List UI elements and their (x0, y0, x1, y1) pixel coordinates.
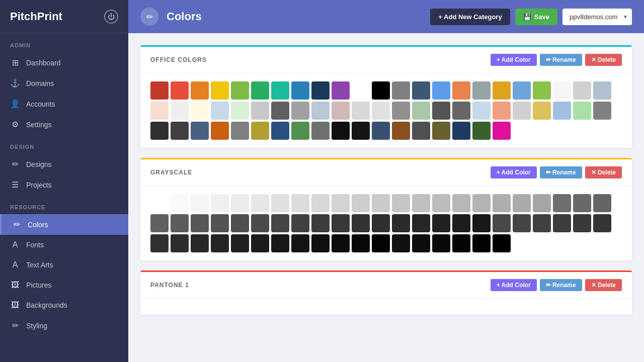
color-swatch[interactable] (171, 194, 189, 212)
color-swatch[interactable] (533, 194, 551, 212)
color-swatch[interactable] (412, 81, 430, 100)
color-swatch[interactable] (231, 214, 249, 232)
sidebar-item-projects[interactable]: ☰ Projects (0, 174, 128, 195)
add-color-button[interactable]: + Add Color (491, 279, 537, 291)
color-swatch[interactable] (171, 81, 189, 100)
color-swatch[interactable] (332, 234, 350, 252)
color-swatch[interactable] (472, 102, 491, 120)
color-swatch[interactable] (150, 214, 169, 232)
color-swatch[interactable] (311, 81, 330, 100)
color-swatch[interactable] (593, 81, 611, 100)
color-swatch[interactable] (372, 234, 390, 252)
color-swatch[interactable] (251, 102, 269, 120)
color-swatch[interactable] (372, 122, 390, 140)
color-swatch[interactable] (372, 194, 390, 212)
color-swatch[interactable] (412, 214, 430, 232)
color-swatch[interactable] (211, 214, 229, 232)
color-swatch[interactable] (352, 102, 370, 120)
color-swatch[interactable] (553, 214, 571, 232)
color-swatch[interactable] (211, 81, 229, 100)
power-icon[interactable]: ⏻ (104, 10, 118, 24)
color-swatch[interactable] (472, 194, 491, 212)
color-swatch[interactable] (211, 194, 229, 212)
color-swatch[interactable] (553, 102, 571, 120)
color-swatch[interactable] (271, 194, 289, 212)
color-swatch[interactable] (352, 81, 370, 100)
color-swatch[interactable] (372, 214, 390, 232)
color-swatch[interactable] (191, 214, 209, 232)
color-swatch[interactable] (271, 234, 289, 252)
color-swatch[interactable] (452, 234, 470, 252)
color-swatch[interactable] (573, 81, 591, 100)
color-swatch[interactable] (432, 234, 450, 252)
sidebar-item-dashboard[interactable]: ⊞ Dashboard (0, 52, 128, 73)
color-swatch[interactable] (150, 234, 169, 252)
color-swatch[interactable] (472, 122, 491, 140)
color-swatch[interactable] (553, 81, 571, 100)
sidebar-item-designs[interactable]: ✏ Designs (0, 154, 128, 174)
color-swatch[interactable] (211, 122, 229, 140)
color-swatch[interactable] (171, 214, 189, 232)
color-swatch[interactable] (251, 81, 269, 100)
rename-button[interactable]: ✏ Rename (540, 54, 582, 66)
color-swatch[interactable] (513, 194, 531, 212)
color-swatch[interactable] (533, 214, 551, 232)
color-swatch[interactable] (392, 214, 410, 232)
color-swatch[interactable] (191, 194, 209, 212)
color-swatch[interactable] (211, 234, 229, 252)
color-swatch[interactable] (533, 81, 551, 100)
color-swatch[interactable] (231, 122, 249, 140)
color-swatch[interactable] (472, 214, 491, 232)
color-swatch[interactable] (392, 194, 410, 212)
sidebar-item-pictures[interactable]: 🖼 Pictures (0, 275, 128, 295)
color-swatch[interactable] (513, 81, 531, 100)
color-swatch[interactable] (553, 194, 571, 212)
color-swatch[interactable] (493, 81, 511, 100)
color-swatch[interactable] (493, 234, 511, 252)
domain-select[interactable]: ppv8demos.com (562, 9, 632, 25)
color-swatch[interactable] (191, 234, 209, 252)
color-swatch[interactable] (311, 234, 330, 252)
sidebar-item-colors[interactable]: ✏ Colors (0, 214, 128, 235)
color-swatch[interactable] (231, 194, 249, 212)
color-swatch[interactable] (291, 214, 309, 232)
color-swatch[interactable] (191, 81, 209, 100)
color-swatch[interactable] (332, 102, 350, 120)
color-swatch[interactable] (593, 102, 611, 120)
color-swatch[interactable] (513, 102, 531, 120)
add-color-button[interactable]: + Add Color (491, 166, 537, 178)
color-swatch[interactable] (472, 234, 491, 252)
color-swatch[interactable] (352, 122, 370, 140)
color-swatch[interactable] (372, 81, 390, 100)
color-swatch[interactable] (352, 214, 370, 232)
sidebar-item-accounts[interactable]: 👤 Accounts (0, 94, 128, 114)
delete-button[interactable]: ✕ Delete (585, 54, 622, 66)
color-swatch[interactable] (291, 234, 309, 252)
color-swatch[interactable] (593, 214, 611, 232)
color-swatch[interactable] (171, 102, 189, 120)
color-swatch[interactable] (291, 122, 309, 140)
color-swatch[interactable] (432, 194, 450, 212)
color-swatch[interactable] (332, 81, 350, 100)
color-swatch[interactable] (191, 102, 209, 120)
color-swatch[interactable] (150, 102, 169, 120)
color-swatch[interactable] (392, 234, 410, 252)
color-swatch[interactable] (432, 102, 450, 120)
color-swatch[interactable] (432, 122, 450, 140)
color-swatch[interactable] (271, 122, 289, 140)
color-swatch[interactable] (452, 102, 470, 120)
color-swatch[interactable] (432, 214, 450, 232)
color-swatch[interactable] (493, 122, 511, 140)
color-swatch[interactable] (251, 194, 269, 212)
color-swatch[interactable] (352, 234, 370, 252)
color-swatch[interactable] (472, 81, 491, 100)
color-swatch[interactable] (231, 234, 249, 252)
sidebar-item-textarts[interactable]: A Text Arts (0, 255, 128, 275)
color-swatch[interactable] (171, 122, 189, 140)
sidebar-item-styling[interactable]: ✏ Styling (0, 315, 128, 336)
color-swatch[interactable] (171, 234, 189, 252)
color-swatch[interactable] (332, 194, 350, 212)
color-swatch[interactable] (392, 102, 410, 120)
color-swatch[interactable] (271, 81, 289, 100)
save-button[interactable]: 💾 Save (515, 9, 557, 25)
